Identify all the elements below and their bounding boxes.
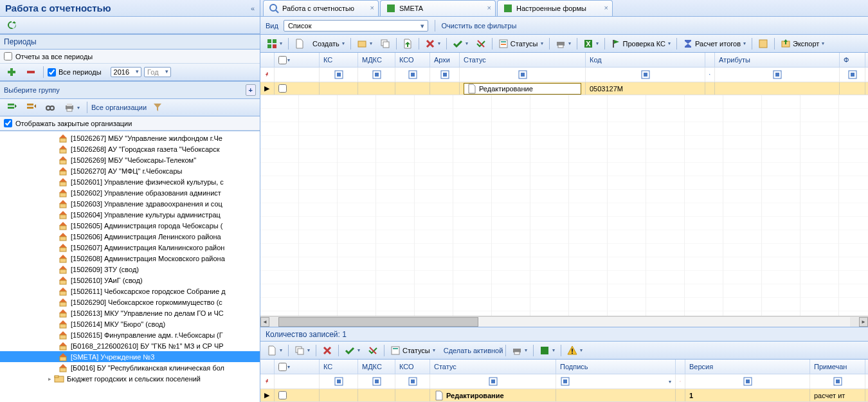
tree-item[interactable]: [1502602] Управление образования админис… (0, 187, 260, 198)
column-header[interactable]: Ф (840, 53, 865, 67)
tb2-new[interactable]: ▾ (264, 343, 285, 358)
tab[interactable]: Настроенные формы× (497, 0, 613, 16)
cell[interactable] (395, 82, 430, 95)
cell[interactable] (430, 82, 460, 95)
tree-item[interactable]: [15026270] АУ "МФЦ" г.Чебоксары (0, 165, 260, 176)
show-closed-checkbox[interactable] (4, 119, 12, 127)
close-icon[interactable]: × (604, 4, 608, 12)
tree-item[interactable]: [1502608] Администрация Московского райо… (0, 253, 260, 264)
column-header[interactable]: Атрибуты (715, 53, 840, 67)
filter-cell[interactable] (586, 68, 705, 82)
cell[interactable] (358, 389, 395, 401)
tb-copy[interactable] (377, 37, 393, 51)
tree-item[interactable]: [1502609] ЗТУ (свод) (0, 264, 260, 275)
filter-button[interactable] (149, 100, 166, 114)
tb-delete[interactable]: ▾ (422, 37, 444, 51)
find-button[interactable] (42, 100, 59, 114)
filter-cell[interactable] (275, 374, 320, 388)
filter-cell[interactable] (358, 374, 395, 388)
cell[interactable] (320, 82, 358, 95)
column-header[interactable]: ▾ (275, 360, 320, 374)
column-header[interactable]: МДКС (358, 53, 395, 67)
cell[interactable]: ▶ (260, 82, 275, 95)
filter-cell[interactable] (685, 374, 810, 388)
grid-top-row[interactable]: ▶ Редактирование0503127М (260, 82, 868, 95)
export-button[interactable]: Экспорт▾ (777, 37, 827, 51)
tree-item[interactable]: [1502604] Управление культуры администра… (0, 209, 260, 220)
filter-cell[interactable] (676, 374, 685, 388)
tb-open[interactable]: ▾ (354, 37, 375, 51)
tree-item[interactable]: [1502607] Администрация Калининского рай… (0, 242, 260, 253)
column-header[interactable]: Статус (460, 53, 586, 67)
cell[interactable]: Редактирование (460, 82, 586, 95)
tb2-check[interactable]: ▾ (341, 343, 363, 358)
tb-import[interactable] (399, 37, 416, 51)
filter-cell[interactable] (260, 68, 275, 82)
tb2-warning[interactable]: ▾ (564, 343, 586, 358)
clear-filters-link[interactable]: Очистить все фильтры (442, 22, 517, 30)
filter-cell[interactable] (715, 68, 840, 82)
tb-check[interactable]: ▾ (449, 37, 471, 51)
statuses2-button[interactable]: Статусы▾ (387, 343, 439, 358)
column-header[interactable] (676, 360, 685, 374)
tree-item[interactable]: [1502610] УАиГ (свод) (0, 275, 260, 286)
tree-item[interactable]: [1502605] Администрация города Чебоксары… (0, 220, 260, 231)
tree-item[interactable]: [1502614] МКУ "Бюро" (свод) (0, 318, 260, 329)
tree-item[interactable]: [1502615] Финуправление адм. г.Чебоксары… (0, 329, 260, 340)
cell[interactable] (395, 389, 430, 401)
filter-cell[interactable] (260, 374, 275, 388)
tab[interactable]: SMETA× (380, 0, 496, 16)
cell[interactable] (705, 82, 715, 95)
grid-bottom-row[interactable]: ▶ Редактирование1расчет ит (260, 389, 868, 402)
column-header[interactable]: Код (586, 53, 705, 67)
tb-print[interactable]: ▾ (552, 37, 574, 51)
org-tree[interactable]: [15026267] МБУ "Управление жилфондом г.Ч… (0, 131, 260, 402)
filter-cell[interactable] (358, 68, 395, 82)
filter-cell[interactable] (705, 68, 715, 82)
add-button[interactable] (3, 65, 20, 79)
cell[interactable]: 1 (685, 389, 810, 401)
check-ks-button[interactable]: Проверка КС▾ (608, 37, 674, 51)
filter-cell[interactable] (320, 68, 358, 82)
cell[interactable]: ▶ (260, 389, 275, 401)
tree-item[interactable]: [1502606] Администрация Ленинского район… (0, 231, 260, 242)
cell[interactable] (320, 389, 358, 401)
filter-cell[interactable] (320, 374, 358, 388)
column-header[interactable]: КСО (395, 360, 430, 374)
column-header[interactable]: ▾ (275, 53, 320, 67)
collapse-icon[interactable]: « (251, 5, 255, 12)
tree-item[interactable]: [15026269] МБУ "Чебоксары-Телеком" (0, 154, 260, 165)
grid-top-scrollbar[interactable]: ◄► (260, 316, 868, 327)
tree-item[interactable]: [15026267] МБУ "Управление жилфондом г.Ч… (0, 132, 260, 143)
cell[interactable]: расчет ит (810, 389, 865, 401)
filter-cell[interactable] (395, 374, 430, 388)
column-header[interactable]: Статус (430, 360, 556, 374)
tb-new[interactable] (291, 37, 308, 51)
cell[interactable] (358, 82, 395, 95)
tree-item[interactable]: [1502603] Управление здравоохранения и с… (0, 198, 260, 209)
calc-button[interactable]: Расчет итогов▾ (680, 37, 749, 51)
tb-excel[interactable]: X▾ (580, 37, 602, 51)
tree-item[interactable]: [Б0016] БУ "Республиканская клиническая … (0, 362, 260, 373)
column-header[interactable] (260, 360, 275, 374)
tb2-copy[interactable]: ▾ (291, 343, 313, 358)
column-header[interactable]: КС (320, 53, 358, 67)
god-select[interactable]: Год (144, 67, 171, 77)
print-button[interactable]: ▾ (61, 100, 83, 114)
filter-cell[interactable] (430, 68, 460, 82)
remove-button[interactable] (23, 65, 39, 79)
expand-button[interactable] (3, 100, 20, 114)
column-header[interactable]: Примечан (810, 360, 865, 374)
filter-cell[interactable] (460, 68, 586, 82)
column-header[interactable]: МДКС (358, 360, 395, 374)
tree-item[interactable]: [1502613] МКУ "Управление по делам ГО и … (0, 307, 260, 318)
add-group-button[interactable]: + (246, 84, 256, 96)
tree-item[interactable]: [1502601] Управление физической культуры… (0, 176, 260, 187)
column-header[interactable]: Подпись (556, 360, 676, 374)
tree-item[interactable]: [15026268] АУ "Городская газета "Чебокса… (0, 143, 260, 154)
filter-cell[interactable] (840, 68, 865, 82)
statuses-button[interactable]: Статусы▾ (495, 37, 547, 51)
cell[interactable]: Редактирование (430, 389, 556, 401)
filter-cell[interactable] (430, 374, 556, 388)
tb-uncheck[interactable] (473, 37, 489, 51)
